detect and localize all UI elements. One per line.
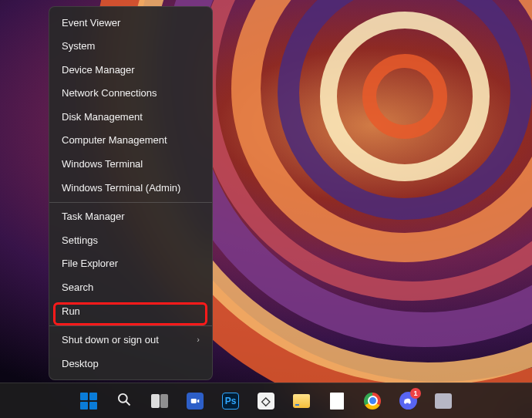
menu-item-search[interactable]: Search — [49, 276, 212, 300]
zoom-icon — [187, 393, 204, 410]
menu-item-label: Event Viewer — [62, 17, 120, 29]
menu-item-label: Windows Terminal (Admin) — [62, 182, 180, 194]
menu-item-shut-down-or-sign-out[interactable]: Shut down or sign out› — [49, 329, 212, 352]
search-button[interactable] — [109, 386, 139, 416]
menu-item-disk-management[interactable]: Disk Management — [49, 105, 212, 129]
menu-item-task-manager[interactable]: Task Manager — [49, 205, 212, 229]
document-app[interactable] — [322, 386, 352, 416]
zoom-app[interactable] — [180, 386, 210, 416]
menu-item-label: Windows Terminal — [62, 158, 143, 170]
misc-app[interactable] — [429, 386, 458, 416]
menu-item-desktop[interactable]: Desktop — [49, 352, 212, 376]
menu-item-system[interactable]: System — [49, 35, 212, 59]
menu-item-label: File Explorer — [62, 258, 118, 270]
start-button[interactable] — [74, 386, 103, 416]
menu-item-label: Run — [62, 305, 80, 318]
search-icon — [116, 392, 132, 410]
svg-line-1 — [126, 402, 130, 406]
menu-item-label: System — [62, 40, 95, 52]
winx-power-menu: Event ViewerSystemDevice ManagerNetwork … — [49, 6, 213, 380]
chrome-app[interactable] — [358, 386, 387, 416]
svg-point-0 — [119, 394, 127, 403]
menu-item-label: Desktop — [62, 358, 99, 370]
roblox-app[interactable]: ◇ — [251, 386, 281, 416]
menu-item-label: Shut down or sign out — [62, 334, 159, 346]
menu-item-label: Search — [62, 281, 93, 294]
file-explorer-app[interactable] — [287, 386, 316, 416]
menu-item-label: Device Manager — [62, 64, 135, 76]
menu-item-label: Task Manager — [62, 211, 125, 223]
menu-item-label: Network Connections — [62, 87, 157, 99]
folder-icon — [293, 394, 310, 408]
menu-item-label: Disk Management — [62, 111, 143, 123]
chevron-right-icon: › — [197, 335, 200, 345]
photoshop-app[interactable]: Ps — [216, 386, 245, 416]
menu-item-computer-management[interactable]: Computer Management — [49, 129, 212, 153]
windows-start-icon — [80, 393, 97, 410]
task-view-button[interactable] — [145, 386, 174, 416]
menu-item-network-connections[interactable]: Network Connections — [49, 82, 212, 106]
menu-item-windows-terminal-admin[interactable]: Windows Terminal (Admin) — [49, 176, 212, 200]
menu-separator — [49, 202, 212, 203]
notification-badge: 1 — [410, 388, 421, 399]
menu-item-device-manager[interactable]: Device Manager — [49, 58, 212, 82]
menu-item-file-explorer[interactable]: File Explorer — [49, 252, 212, 276]
app-icon — [435, 393, 452, 409]
menu-separator — [49, 325, 212, 326]
svg-rect-2 — [191, 399, 197, 403]
menu-item-label: Settings — [62, 234, 98, 247]
menu-item-windows-terminal[interactable]: Windows Terminal — [49, 153, 212, 177]
task-view-icon — [151, 394, 168, 408]
menu-item-settings[interactable]: Settings — [49, 228, 212, 252]
menu-item-event-viewer[interactable]: Event Viewer — [49, 11, 212, 35]
document-icon — [330, 393, 344, 410]
menu-item-run[interactable]: Run — [49, 299, 212, 323]
roblox-icon: ◇ — [258, 393, 274, 410]
discord-app[interactable]: 1 — [393, 386, 423, 416]
photoshop-icon: Ps — [222, 393, 239, 410]
taskbar: Ps◇1 — [0, 383, 532, 418]
chrome-icon — [364, 393, 381, 410]
menu-item-label: Computer Management — [62, 134, 167, 147]
